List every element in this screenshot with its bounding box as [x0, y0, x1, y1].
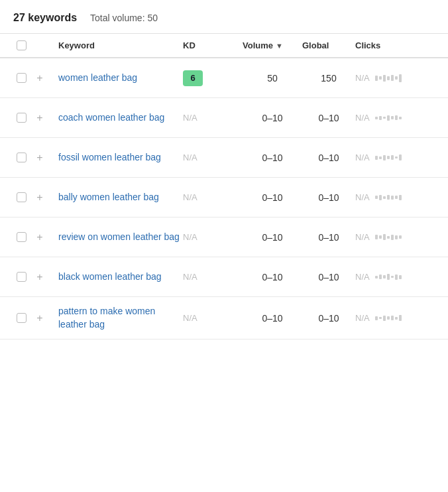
kd-cell: N/A	[183, 192, 243, 202]
global-cell: 0–10	[302, 313, 355, 324]
spark-bar	[391, 155, 394, 160]
spark-bar	[387, 274, 390, 280]
row-checkbox[interactable]	[17, 272, 27, 282]
volume-col-header[interactable]: Volume ▼	[243, 40, 302, 50]
add-keyword-button[interactable]: +	[32, 150, 48, 166]
row-checkbox[interactable]	[17, 232, 27, 242]
add-keyword-button[interactable]: +	[32, 229, 48, 245]
row-checkbox[interactable]	[17, 192, 27, 202]
spark-bar	[395, 275, 398, 280]
table-row: +black women leather bagN/A0–100–10N/A	[0, 257, 448, 297]
spark-bar	[383, 234, 386, 240]
clicks-na-label: N/A	[355, 192, 370, 202]
kd-cell: 6	[183, 70, 243, 86]
row-checkbox-cell[interactable]	[11, 313, 32, 323]
clicks-cell: N/A	[355, 153, 435, 162]
sparkline	[375, 274, 402, 280]
volume-cell: 0–10	[243, 272, 302, 282]
global-col-header: Global	[302, 40, 355, 50]
spark-bar	[383, 117, 386, 119]
volume-cell: 0–10	[243, 192, 302, 203]
row-checkbox-cell[interactable]	[11, 192, 32, 202]
row-checkbox-cell[interactable]	[11, 232, 32, 242]
keyword-cell[interactable]: fossil women leather bag	[58, 151, 183, 164]
clicks-cell: N/A	[355, 232, 435, 242]
sparkline	[375, 74, 402, 82]
spark-bar	[391, 316, 394, 320]
global-cell: 150	[302, 73, 355, 84]
spark-bar	[379, 275, 382, 279]
total-volume: Total volume: 50	[90, 13, 158, 23]
row-checkbox[interactable]	[17, 113, 27, 123]
volume-cell: 0–10	[243, 232, 302, 243]
header-section: 27 keywords Total volume: 50	[0, 0, 448, 34]
spark-bar	[391, 196, 394, 200]
keyword-col-header: Keyword	[58, 40, 183, 50]
volume-cell: 0–10	[243, 113, 302, 123]
row-checkbox[interactable]	[17, 153, 27, 162]
row-checkbox-cell[interactable]	[11, 272, 32, 282]
table-row: +pattern to make women leather bagN/A0–1…	[0, 297, 448, 339]
keyword-cell[interactable]: coach women leather bag	[58, 111, 183, 125]
volume-cell: 0–10	[243, 153, 302, 163]
spark-bar	[399, 117, 402, 119]
clicks-na-label: N/A	[355, 232, 370, 242]
kd-cell: N/A	[183, 313, 243, 323]
spark-bar	[399, 315, 402, 321]
clicks-na-label: N/A	[355, 313, 370, 323]
volume-cell: 50	[243, 73, 302, 84]
select-all-checkbox-cell[interactable]	[11, 40, 32, 50]
spark-bar	[399, 235, 402, 239]
spark-bar	[395, 76, 398, 80]
keywords-count: 27 keywords	[13, 12, 77, 24]
spark-bar	[379, 235, 382, 239]
kd-cell: N/A	[183, 272, 243, 282]
spark-bar	[395, 115, 398, 120]
sparkline	[375, 115, 402, 121]
spark-bar	[379, 116, 382, 120]
clicks-na-label: N/A	[355, 272, 370, 282]
add-keyword-button[interactable]: +	[32, 110, 48, 126]
row-checkbox[interactable]	[17, 313, 27, 323]
spark-bar	[387, 156, 390, 159]
spark-bar	[379, 195, 382, 200]
spark-bar	[395, 235, 398, 239]
spark-bar	[375, 196, 378, 199]
keyword-cell[interactable]: women leather bag	[58, 72, 183, 85]
table-row: +women leather bag650150N/A	[0, 58, 448, 98]
keyword-cell[interactable]: pattern to make women leather bag	[58, 305, 183, 331]
keyword-cell[interactable]: black women leather bag	[58, 271, 183, 284]
spark-bar	[395, 317, 398, 320]
spark-bar	[391, 276, 394, 278]
sparkline	[375, 195, 402, 200]
sort-arrow-icon: ▼	[276, 42, 283, 50]
spark-bar	[379, 156, 382, 159]
spark-bar	[383, 75, 386, 82]
row-checkbox[interactable]	[17, 73, 27, 83]
keyword-cell[interactable]: review on women leather bag	[58, 231, 183, 244]
spark-bar	[379, 317, 382, 319]
select-all-checkbox[interactable]	[17, 40, 27, 50]
keywords-table: Keyword KD Volume ▼ Global Clicks +women…	[0, 34, 448, 339]
spark-bar	[375, 76, 378, 81]
global-cell: 0–10	[302, 232, 355, 243]
spark-bar	[379, 76, 382, 80]
sparkline	[375, 234, 402, 240]
spark-bar	[399, 154, 402, 160]
table-body: +women leather bag650150N/A+coach women …	[0, 58, 448, 339]
row-checkbox-cell[interactable]	[11, 73, 32, 83]
spark-bar	[395, 196, 398, 199]
keyword-cell[interactable]: bally women leather bag	[58, 191, 183, 204]
add-keyword-button[interactable]: +	[32, 70, 48, 86]
row-checkbox-cell[interactable]	[11, 113, 32, 123]
add-keyword-button[interactable]: +	[32, 190, 48, 206]
kd-col-header: KD	[183, 40, 243, 50]
clicks-col-header: Clicks	[355, 40, 435, 50]
sparkline	[375, 315, 402, 321]
row-checkbox-cell[interactable]	[11, 153, 32, 162]
add-keyword-button[interactable]: +	[32, 310, 48, 326]
add-keyword-button[interactable]: +	[32, 269, 48, 285]
clicks-na-label: N/A	[355, 153, 370, 162]
volume-cell: 0–10	[243, 313, 302, 324]
spark-bar	[387, 115, 390, 121]
